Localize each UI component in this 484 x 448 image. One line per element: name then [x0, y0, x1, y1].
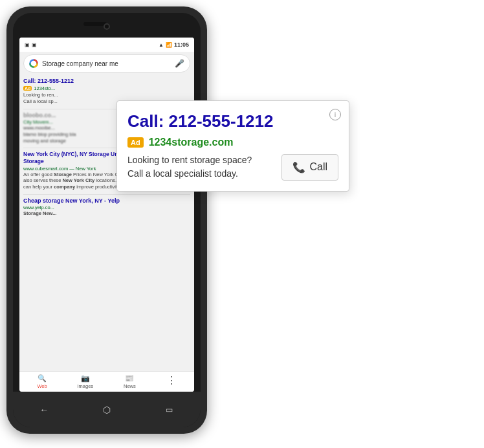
- result-title-yelp: Cheap storage New York, NY - Yelp: [23, 197, 190, 205]
- ad-desc-line2: Call a local specialist today.: [127, 167, 252, 181]
- ad-desc-line1: Looking to rent storage space?: [127, 153, 252, 167]
- recents-button[interactable]: ▭: [163, 403, 176, 416]
- nav-news-label: News: [124, 383, 136, 389]
- nav-images[interactable]: 📷 Images: [78, 374, 94, 389]
- nav-images-label: Images: [78, 383, 94, 389]
- info-label: i: [335, 111, 336, 118]
- search-bar[interactable]: Storage company near me 🎤: [23, 54, 190, 73]
- news-icon: 📰: [125, 374, 134, 383]
- call-button-label: Call: [309, 161, 327, 173]
- wifi-icon: ▲: [159, 42, 164, 48]
- ad-popup-phone-number[interactable]: Call: 212-555-1212: [127, 111, 338, 131]
- bottom-nav: 🔍 Web 📷 Images 📰 News ⋮: [19, 371, 194, 392]
- phone-camera: [104, 23, 110, 30]
- scene: ▣ ▣ ▲ 📶 11:05: [0, 0, 484, 448]
- result-yelp[interactable]: Cheap storage New York, NY - Yelp www.ye…: [23, 197, 190, 217]
- phone-screen: ▣ ▣ ▲ 📶 11:05: [19, 38, 194, 392]
- images-icon: 📷: [81, 374, 90, 383]
- phone-inner: ▣ ▣ ▲ 📶 11:05: [13, 13, 201, 427]
- result-snippet-yelp: Storage New...: [23, 210, 190, 217]
- recents-icon: ▭: [166, 405, 173, 414]
- home-icon: ⬡: [103, 405, 111, 415]
- back-button[interactable]: ←: [38, 403, 50, 416]
- nav-web[interactable]: 🔍 Web: [37, 374, 47, 389]
- ad-phone-number[interactable]: Call: 212-555-1212: [23, 78, 190, 84]
- ad-url-small: 1234sto...: [34, 85, 55, 91]
- nav-web-label: Web: [37, 383, 47, 389]
- signal-icon: 📶: [166, 42, 172, 48]
- mic-icon[interactable]: 🎤: [175, 59, 184, 68]
- ad-popup-url[interactable]: 1234storage.com: [149, 137, 234, 148]
- google-g-icon: [29, 59, 38, 68]
- more-options[interactable]: ⋮: [166, 375, 177, 386]
- status-right: ▲ 📶 11:05: [159, 41, 189, 48]
- status-bar: ▣ ▣ ▲ 📶 11:05: [19, 38, 194, 52]
- search-query: Storage company near me: [42, 60, 175, 67]
- phone-device: ▣ ▣ ▲ 📶 11:05: [6, 6, 207, 434]
- call-button[interactable]: 📞 Call: [281, 154, 338, 181]
- nav-news[interactable]: 📰 News: [124, 374, 136, 389]
- phone-navigation: ← ⬡ ▭: [13, 392, 201, 427]
- sim-icon: ▣: [25, 42, 30, 48]
- ad-popup-card: i Call: 212-555-1212 Ad 1234storage.com …: [116, 100, 349, 192]
- info-icon[interactable]: i: [329, 109, 341, 120]
- divider3: [23, 194, 190, 195]
- time-display: 11:05: [174, 41, 189, 48]
- status-icons: ▣ ▣: [25, 42, 37, 48]
- ad-badge-large: Ad: [127, 137, 144, 148]
- ad-badge-small: Ad: [23, 86, 32, 91]
- phone-icon: 📞: [292, 161, 305, 174]
- web-search-icon: 🔍: [38, 374, 47, 383]
- ad-snippet-small: Looking to ren...: [23, 92, 190, 98]
- ad-popup-site-row: Ad 1234storage.com: [127, 137, 338, 148]
- home-button[interactable]: ⬡: [100, 403, 113, 416]
- result-url-yelp: www.yelp.co...: [23, 205, 190, 210]
- back-icon: ←: [39, 405, 49, 415]
- camera-icon-status: ▣: [32, 42, 37, 48]
- ad-popup-body: Looking to rent storage space? Call a lo…: [127, 153, 338, 181]
- ad-popup-description: Looking to rent storage space? Call a lo…: [127, 153, 252, 181]
